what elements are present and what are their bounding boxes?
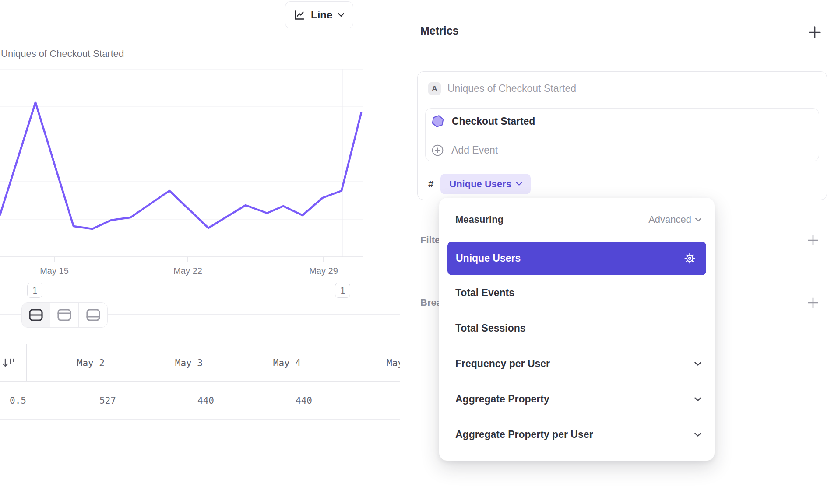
layout-toggle-split-view[interactable]	[22, 303, 50, 327]
insights-report: Line Uniques of Checkout Started	[0, 0, 831, 504]
hexagon-event-icon	[431, 115, 444, 128]
chart-type-label: Line	[311, 9, 332, 21]
chevron-down-icon	[516, 182, 522, 186]
add-filter-button[interactable]	[807, 234, 819, 246]
option-label: Frequency per User	[455, 358, 550, 370]
settings-gear-icon[interactable]	[684, 252, 696, 264]
plus-icon	[807, 297, 819, 309]
chevron-down-icon	[338, 13, 344, 17]
table-column-header[interactable]: May 3	[125, 344, 223, 382]
table-column-header[interactable]: May 2	[27, 344, 125, 382]
layout-toggle-table-only[interactable]	[79, 303, 107, 327]
annotation-badge-2[interactable]: 1	[335, 283, 350, 298]
split-view-icon	[28, 308, 43, 322]
sort-descending-icon	[2, 358, 15, 368]
annotation-badge-1[interactable]: 1	[27, 283, 42, 298]
layout-toggle	[21, 302, 108, 328]
add-metric-button[interactable]	[808, 25, 822, 39]
chevron-down-icon	[694, 433, 701, 437]
advanced-mode-toggle[interactable]: Advanced	[648, 214, 701, 225]
option-label: Total Events	[455, 287, 514, 299]
plus-icon	[807, 234, 819, 246]
table-cell: 440	[136, 382, 234, 419]
dropdown-option-frequency-per-user[interactable]: Frequency per User	[439, 346, 715, 382]
add-event-button[interactable]: Add Event	[432, 144, 498, 156]
chevron-down-icon	[694, 397, 701, 402]
advanced-label: Advanced	[648, 214, 691, 225]
add-event-label: Add Event	[451, 144, 498, 156]
x-axis-tick-label: May 15	[40, 266, 69, 276]
x-axis-tick-label: May 22	[173, 266, 202, 276]
panel-divider	[400, 0, 400, 504]
table-header-row: May 2 May 3 May 4 May	[0, 344, 400, 382]
x-axis-ticks	[54, 257, 324, 262]
metric-name-row[interactable]: A Uniques of Checkout Started	[428, 82, 576, 95]
add-breakdown-button[interactable]	[807, 297, 819, 309]
option-label: Aggregate Property per User	[455, 429, 593, 441]
option-label: Total Sessions	[455, 322, 526, 334]
table-column-header[interactable]: May	[321, 344, 400, 382]
option-label: Aggregate Property	[455, 393, 549, 405]
measurement-row: # Unique Users	[428, 174, 531, 194]
sort-column-header[interactable]	[0, 344, 27, 382]
event-row[interactable]: Checkout Started	[431, 115, 535, 128]
x-axis-tick-label: May 29	[309, 266, 338, 276]
table-cell: 440	[234, 382, 332, 419]
measurement-label: Unique Users	[449, 178, 511, 190]
selected-option-label: Unique Users	[456, 252, 521, 264]
metric-letter-badge: A	[428, 82, 441, 95]
dropdown-option-aggregate-property[interactable]: Aggregate Property	[439, 382, 715, 417]
layout-toggle-chart-only[interactable]	[50, 303, 79, 327]
results-table: May 2 May 3 May 4 May 0.5 527 440 440 51	[0, 344, 400, 420]
hash-symbol: #	[428, 178, 433, 190]
circle-plus-icon	[432, 144, 444, 156]
dropdown-option-unique-users[interactable]: Unique Users	[447, 242, 706, 275]
table-row: 0.5 527 440 440 51	[0, 382, 400, 419]
measuring-dropdown: Measuring Advanced Unique Users	[439, 198, 715, 461]
table-cell: 51	[332, 382, 400, 419]
measurement-pill[interactable]: Unique Users	[440, 174, 531, 194]
measuring-dropdown-header: Measuring Advanced	[439, 198, 715, 242]
event-name: Checkout Started	[452, 116, 535, 127]
table-cell: 527	[38, 382, 136, 419]
plus-icon	[808, 25, 822, 39]
metrics-panel-title: Metrics	[420, 24, 459, 37]
event-box: Checkout Started Add Event	[425, 108, 819, 161]
chart-line-series-a	[0, 102, 361, 229]
metric-card-a: A Uniques of Checkout Started Checkout S…	[417, 71, 827, 200]
line-chart[interactable]	[0, 69, 363, 263]
dropdown-option-total-sessions[interactable]: Total Sessions	[439, 311, 715, 346]
chart-type-button[interactable]: Line	[285, 1, 353, 28]
measuring-label: Measuring	[455, 214, 504, 225]
line-chart-icon	[293, 9, 305, 21]
table-cell-clipped: 0.5	[0, 382, 38, 419]
chart-title: Uniques of Checkout Started	[1, 48, 124, 60]
dropdown-option-total-events[interactable]: Total Events	[439, 275, 715, 311]
chart-only-view-icon	[57, 308, 72, 322]
dropdown-option-aggregate-property-per-user[interactable]: Aggregate Property per User	[439, 417, 715, 452]
chevron-down-icon	[694, 362, 701, 366]
metric-name: Uniques of Checkout Started	[447, 83, 576, 94]
table-column-header[interactable]: May 4	[223, 344, 321, 382]
chevron-down-icon	[695, 218, 701, 222]
table-only-view-icon	[86, 308, 101, 322]
